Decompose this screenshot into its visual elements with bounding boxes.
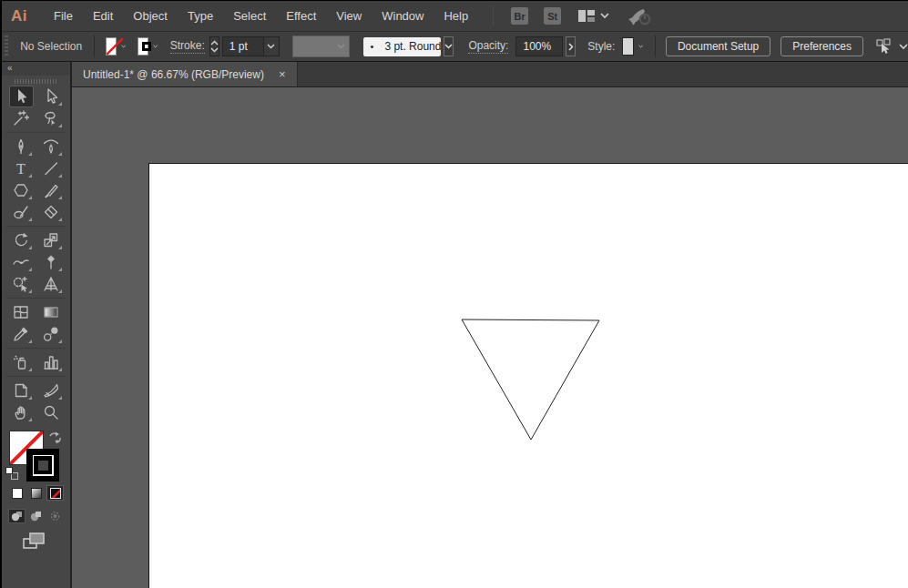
collapse-toolbar-button[interactable]: « <box>2 62 70 76</box>
menu-object[interactable]: Object <box>123 2 178 30</box>
tool-polygon[interactable] <box>9 179 34 201</box>
stepper-down-icon <box>210 47 219 53</box>
brush-definition-value: 3 pt. Round <box>384 40 441 53</box>
tool-curvature[interactable] <box>39 136 64 157</box>
none-button[interactable] <box>46 485 64 501</box>
document-tab-title: Untitled-1* @ 66.67% (RGB/Preview) <box>83 68 264 81</box>
tool-slice[interactable] <box>39 380 64 401</box>
graphic-style-swatch[interactable] <box>622 37 634 56</box>
opacity-field[interactable]: 100% <box>515 36 563 56</box>
menu-bar: Ai File Edit Object Type Select Effect V… <box>2 1 908 32</box>
tool-width[interactable] <box>9 251 34 273</box>
tool-hand[interactable] <box>9 401 34 423</box>
color-button[interactable] <box>8 485 26 501</box>
tool-shaper[interactable] <box>9 201 34 223</box>
menu-select[interactable]: Select <box>223 2 276 30</box>
draw-inside-icon <box>49 511 61 522</box>
default-fill-stroke-button[interactable] <box>5 467 19 481</box>
document-setup-button[interactable]: Document Setup <box>666 36 770 56</box>
brush-definition-dropdown[interactable] <box>444 36 454 56</box>
triangle-shape[interactable] <box>462 319 599 440</box>
tool-line-segment[interactable] <box>39 157 64 179</box>
chevron-down-icon[interactable] <box>153 44 158 49</box>
tool-column-graph[interactable] <box>39 351 64 373</box>
toolbar-grip[interactable] <box>15 78 57 84</box>
canvas[interactable] <box>72 87 908 588</box>
divider <box>493 6 494 26</box>
tool-blend[interactable] <box>39 323 64 345</box>
tool-eyedropper[interactable] <box>9 323 34 345</box>
gradient-icon <box>42 303 60 321</box>
menu-edit[interactable]: Edit <box>83 2 123 30</box>
tool-direct-selection[interactable] <box>39 86 64 107</box>
direct-selection-tool-icon <box>42 87 60 106</box>
tool-perspective-grid[interactable] <box>39 273 64 295</box>
solid-color-icon <box>12 488 23 499</box>
illustrator-window: Ai File Edit Object Type Select Effect V… <box>0 0 908 588</box>
tool-rotate[interactable] <box>9 229 34 251</box>
stroke-color-swatch[interactable] <box>138 37 149 56</box>
tool-lasso[interactable] <box>39 107 64 129</box>
curvature-tool-icon <box>42 137 60 156</box>
tool-magic-wand[interactable] <box>9 107 34 129</box>
stock-button[interactable]: St <box>544 7 561 25</box>
arrange-documents-button[interactable] <box>577 9 609 24</box>
select-similar-button[interactable] <box>874 38 908 55</box>
opacity-combo: 100% <box>515 36 563 56</box>
chevron-down-icon <box>337 44 345 49</box>
magic-wand-icon <box>12 109 30 127</box>
menu-help[interactable]: Help <box>434 2 478 30</box>
stroke-weight-dropdown[interactable] <box>264 36 280 56</box>
opacity-slider-button[interactable] <box>566 36 576 56</box>
tool-paintbrush[interactable] <box>39 179 64 201</box>
chevron-down-icon <box>600 13 609 19</box>
polygon-icon <box>12 181 30 199</box>
width-profile-dropdown <box>292 35 350 57</box>
menu-list: File Edit Object Type Select Effect View… <box>44 2 478 30</box>
tool-pen[interactable] <box>9 136 34 157</box>
menu-type[interactable]: Type <box>178 2 223 30</box>
tool-scale[interactable] <box>39 229 64 251</box>
swap-fill-stroke-icon[interactable] <box>48 431 63 444</box>
preferences-button[interactable]: Preferences <box>780 36 863 56</box>
selection-status: No Selection <box>20 40 82 53</box>
work-area: Untitled-1* @ 66.67% (RGB/Preview) × <box>72 62 908 588</box>
blend-icon <box>42 325 60 343</box>
tool-artboard[interactable] <box>9 380 34 401</box>
opacity-panel-link[interactable]: Opacity: <box>468 39 508 54</box>
tool-selection[interactable] <box>9 86 34 107</box>
tool-symbol-sprayer[interactable] <box>9 351 34 373</box>
artboard-icon <box>12 381 30 400</box>
tool-type[interactable]: T <box>9 157 34 179</box>
menu-view[interactable]: View <box>326 2 372 30</box>
menu-effect[interactable]: Effect <box>276 2 326 30</box>
menu-window[interactable]: Window <box>372 2 434 30</box>
stroke-panel-link[interactable]: Stroke: <box>170 39 205 54</box>
brush-definition-field[interactable]: • 3 pt. Round <box>363 37 442 56</box>
document-tab[interactable]: Untitled-1* @ 66.67% (RGB/Preview) × <box>72 62 298 86</box>
panel-grip[interactable] <box>5 35 8 57</box>
puppet-warp-pin-icon <box>42 253 60 271</box>
draw-behind-button[interactable] <box>27 509 45 523</box>
chevron-down-icon <box>444 44 453 49</box>
fill-color-swatch[interactable] <box>106 37 117 56</box>
menu-file[interactable]: File <box>44 2 83 30</box>
color-controls <box>2 425 70 551</box>
stroke-weight-stepper[interactable] <box>209 36 219 56</box>
screen-mode-button[interactable] <box>22 531 47 551</box>
gpu-performance-icon[interactable] <box>627 6 651 26</box>
tool-shape-builder[interactable] <box>9 273 34 295</box>
tool-puppet-warp[interactable] <box>39 251 64 273</box>
close-tab-icon[interactable]: × <box>279 67 286 81</box>
chevron-down-icon[interactable] <box>638 44 643 49</box>
tool-gradient[interactable] <box>39 301 64 323</box>
tool-zoom[interactable] <box>39 401 64 423</box>
tool-mesh[interactable] <box>9 301 34 323</box>
type-tool-icon: T <box>12 159 30 177</box>
gradient-button[interactable] <box>27 485 45 501</box>
bridge-button[interactable]: Br <box>511 7 528 25</box>
stroke-color-proxy[interactable] <box>26 449 59 482</box>
draw-normal-button[interactable] <box>8 509 26 523</box>
stroke-weight-field[interactable]: 1 pt <box>222 36 264 56</box>
tool-eraser[interactable] <box>39 201 64 223</box>
